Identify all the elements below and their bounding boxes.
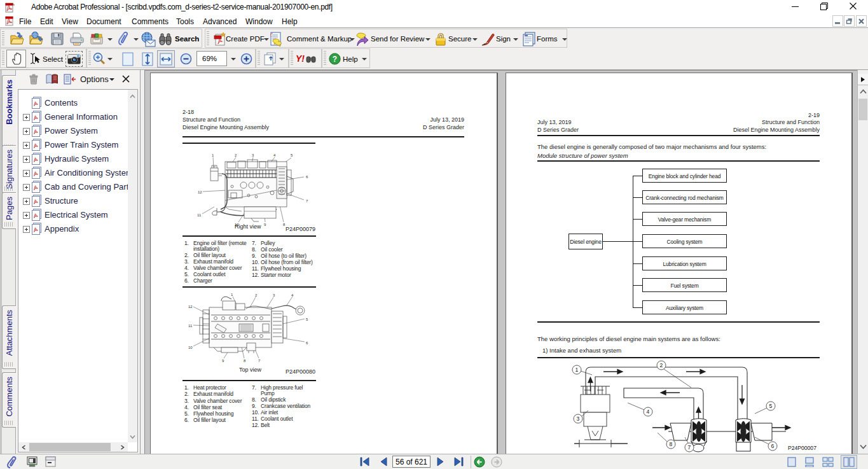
- svg-text:?: ?: [333, 55, 337, 64]
- svg-text:3: 3: [273, 293, 275, 297]
- svg-text:2: 2: [255, 293, 258, 297]
- svg-text:7: 7: [258, 359, 261, 363]
- svg-text:5: 5: [769, 403, 773, 409]
- svg-text:7: 7: [688, 444, 691, 451]
- svg-text:1: 1: [212, 153, 214, 157]
- svg-text:8: 8: [670, 441, 673, 447]
- svg-text:10: 10: [188, 346, 193, 349]
- svg-text:2: 2: [660, 362, 663, 368]
- svg-text:6: 6: [771, 443, 775, 449]
- svg-text:2: 2: [235, 153, 237, 157]
- svg-text:4: 4: [273, 153, 276, 157]
- svg-text:3: 3: [577, 416, 580, 422]
- svg-text:5: 5: [306, 318, 308, 321]
- svg-text:9: 9: [264, 223, 266, 227]
- svg-text:12: 12: [198, 190, 202, 194]
- svg-text:12: 12: [188, 305, 193, 309]
- svg-text:6: 6: [306, 175, 308, 179]
- svg-text:4: 4: [647, 409, 650, 415]
- svg-text:7: 7: [306, 199, 308, 203]
- svg-text:3: 3: [252, 153, 254, 157]
- svg-text:9: 9: [222, 359, 224, 363]
- svg-text:5: 5: [291, 153, 293, 157]
- svg-text:1: 1: [231, 293, 233, 297]
- svg-text:11: 11: [188, 324, 193, 328]
- svg-text:8: 8: [244, 359, 246, 363]
- svg-text:P24P00007: P24P00007: [788, 445, 816, 451]
- svg-text:11: 11: [197, 213, 202, 217]
- svg-text:6: 6: [306, 341, 308, 345]
- svg-text:1: 1: [575, 367, 579, 373]
